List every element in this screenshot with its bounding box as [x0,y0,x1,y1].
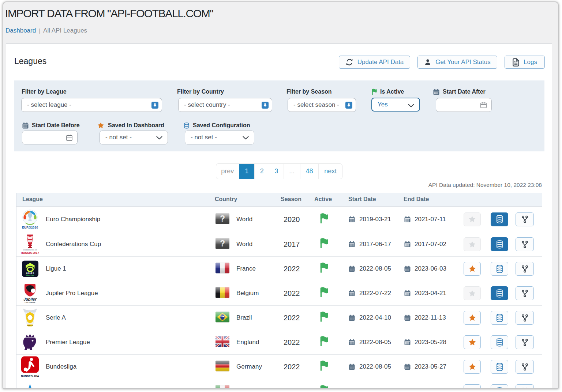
svg-text:SERIE A: SERIE A [27,325,33,327]
svg-text:PRO LEAGUE: PRO LEAGUE [25,301,35,303]
svg-text:EURO2020: EURO2020 [22,226,38,229]
svg-text:Jupiler: Jupiler [23,297,37,301]
svg-text:BUNDESLIGA: BUNDESLIGA [21,374,39,378]
svg-text:RUSSIA 2017: RUSSIA 2017 [21,251,40,255]
svg-text:LIGUE 1: LIGUE 1 [26,272,34,274]
svg-text:CONFEDERATIONS CUP: CONFEDERATIONS CUP [23,249,37,251]
svg-text:Uber Eats: Uber Eats [26,275,34,276]
